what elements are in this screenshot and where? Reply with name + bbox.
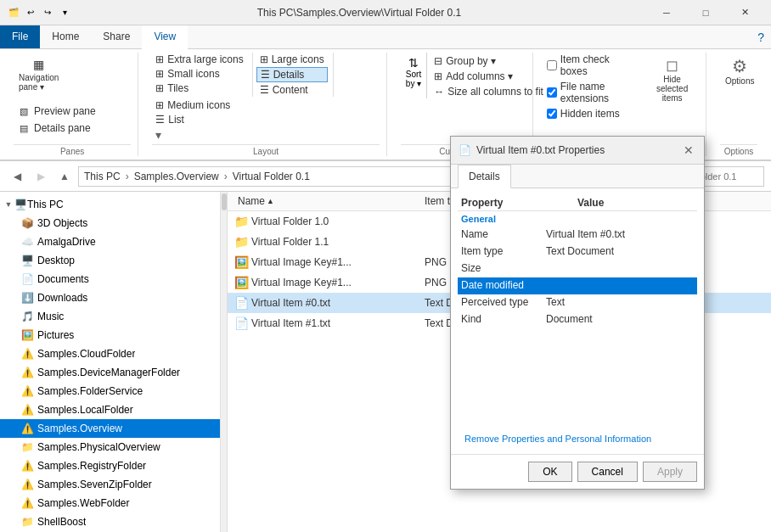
navigation-pane-label: Navigationpane ▾ xyxy=(19,73,59,92)
item-checkboxes-toggle[interactable]: Item check boxes xyxy=(547,53,639,78)
tab-share[interactable]: Share xyxy=(91,25,142,48)
sidebar-item-samples-local[interactable]: ⚠️ Samples.LocalFolder xyxy=(0,400,220,419)
folder-icon-vf1: 📁 xyxy=(234,235,248,249)
layout-dropdown-btn[interactable]: ▾ xyxy=(152,127,234,143)
sidebar-item-music[interactable]: 🎵 Music xyxy=(0,307,220,326)
cancel-btn[interactable]: Cancel xyxy=(577,462,638,482)
dialog-tab-details[interactable]: Details xyxy=(458,165,511,188)
sidebar-item-samples-cloud[interactable]: ⚠️ Samples.CloudFolder xyxy=(0,344,220,363)
breadcrumb-vf[interactable]: Virtual Folder 0.1 xyxy=(233,171,310,182)
ok-btn[interactable]: OK xyxy=(528,462,571,482)
sidebar-item-samples-registry[interactable]: ⚠️ Samples.RegistryFolder xyxy=(0,456,220,475)
sidebar-item-samples-sevenzip[interactable]: ⚠️ Samples.SevenZipFolder xyxy=(0,475,220,494)
redo-btn[interactable]: ↪ xyxy=(41,6,54,20)
maximize-btn[interactable]: □ xyxy=(686,0,725,25)
details-btn[interactable]: ☰ Details xyxy=(256,67,328,82)
help-icon[interactable]: ? xyxy=(757,31,764,44)
file-name-img0: Virtual Image Key#1... xyxy=(251,256,421,268)
prop-row-perceived-type: Perceived type Text xyxy=(458,294,697,311)
sidebar-item-this-pc[interactable]: ▼ 🖥️ This PC xyxy=(0,195,220,214)
hidden-items-input[interactable] xyxy=(547,109,557,119)
breadcrumb-samples[interactable]: Samples.Overview xyxy=(134,171,219,182)
desktop-label: Desktop xyxy=(37,255,75,266)
minimize-btn[interactable]: ─ xyxy=(647,0,686,25)
small-icons-btn[interactable]: ⊞ Small icons xyxy=(152,67,246,81)
sidebar-item-samples-device[interactable]: ⚠️ Samples.DeviceManagerFolder xyxy=(0,363,220,382)
content-btn[interactable]: ☰ Content xyxy=(256,83,328,97)
sidebar-item-3d-objects[interactable]: 📦 3D Objects xyxy=(0,214,220,232)
expand-this-pc[interactable]: ▼ xyxy=(3,199,14,210)
remove-properties-link[interactable]: Remove Properties and Personal Informati… xyxy=(458,430,697,447)
sort-by-btn[interactable]: ⇅ Sortby ▾ xyxy=(401,53,427,98)
sidebar-scrollbar[interactable] xyxy=(222,193,227,210)
samples-cloud-icon: ⚠️ xyxy=(20,347,34,361)
sidebar-item-samples-overview[interactable]: ⚠️ Samples.Overview xyxy=(0,419,220,438)
size-columns-btn[interactable]: ↔ Size all columns to fit xyxy=(431,85,547,98)
forward-btn[interactable]: ▶ xyxy=(31,166,51,187)
app-icon: 🗂️ xyxy=(7,6,20,20)
sidebar-item-pictures[interactable]: 🖼️ Pictures xyxy=(0,326,220,344)
title-bar: 🗂️ ↩ ↪ ▾ This PC\Samples.Overview\Virtua… xyxy=(0,0,771,25)
list-btn[interactable]: ☰ List xyxy=(152,113,234,126)
samples-device-icon: ⚠️ xyxy=(20,366,34,379)
extra-large-icons-btn[interactable]: ⊞ Extra large icons xyxy=(152,53,246,66)
hide-selected-btn[interactable]: ◻ Hide selecteditems xyxy=(645,53,699,120)
medium-icons-btn[interactable]: ⊞ Medium icons xyxy=(152,98,234,112)
sidebar-item-samples-folder[interactable]: ⚠️ Samples.FolderService xyxy=(0,382,220,400)
sidebar-item-desktop[interactable]: 🖥️ Desktop xyxy=(0,251,220,270)
options-content: ⚙ Options xyxy=(720,53,757,143)
back-btn[interactable]: ◀ xyxy=(7,166,27,187)
txt-icon-item1: 📄 xyxy=(234,316,248,330)
details-pane-btn[interactable]: ▤ Details pane xyxy=(14,120,99,136)
dialog-close-btn[interactable]: ✕ xyxy=(680,142,697,159)
preview-pane-label: Preview pane xyxy=(34,105,96,117)
prop-key-name: Name xyxy=(461,228,546,242)
tab-file[interactable]: File xyxy=(0,25,40,48)
sidebar-item-documents[interactable]: 📄 Documents xyxy=(0,270,220,288)
close-btn[interactable]: ✕ xyxy=(725,0,764,25)
sidebar-item-samples-physical[interactable]: 📁 Samples.PhysicalOverview xyxy=(0,438,220,456)
col-header-name[interactable]: Name ▲ xyxy=(234,193,421,209)
layout-label: Layout xyxy=(152,144,380,156)
amalga-drive-label: AmalgaDrive xyxy=(37,236,96,248)
prop-key-size: Size xyxy=(461,262,546,276)
sidebar-item-amalga-drive[interactable]: ☁️ AmalgaDrive xyxy=(0,232,220,251)
tiles-btn[interactable]: ⊞ Tiles xyxy=(152,81,246,95)
dialog-file-icon: 📄 xyxy=(458,143,471,157)
item-checkboxes-input[interactable] xyxy=(547,60,557,70)
apply-btn[interactable]: Apply xyxy=(643,462,697,482)
preview-pane-btn[interactable]: ▧ Preview pane xyxy=(14,104,99,119)
txt-icon-item0: 📄 xyxy=(234,296,248,310)
large-icons-btn[interactable]: ⊞ Large icons xyxy=(256,53,328,66)
group-by-btn[interactable]: ⊟ Group by ▾ xyxy=(431,54,547,68)
add-columns-btn[interactable]: ⊞ Add columns ▾ xyxy=(431,70,547,83)
prop-value-item-type: Text Document xyxy=(546,245,694,259)
options-btn[interactable]: ⚙ Options xyxy=(720,53,759,143)
file-name-vf1: Virtual Folder 1.1 xyxy=(251,236,421,248)
prop-row-date-modified[interactable]: Date modified xyxy=(458,277,697,294)
tiles-label: Tiles xyxy=(167,82,189,94)
sidebar-item-shellboost[interactable]: 📁 ShellBoost xyxy=(0,512,220,531)
navigation-pane-btn[interactable]: ▦ Navigationpane ▾ xyxy=(14,53,64,102)
extra-large-label: Extra large icons xyxy=(167,53,243,65)
tab-view[interactable]: View xyxy=(142,25,188,49)
sidebar-item-downloads[interactable]: ⬇️ Downloads xyxy=(0,288,220,307)
details-icon: ☰ xyxy=(261,69,270,81)
sidebar-item-samples-web[interactable]: ⚠️ Samples.WebFolder xyxy=(0,494,220,512)
undo-btn[interactable]: ↩ xyxy=(24,6,37,20)
options-icon: ⚙ xyxy=(732,56,747,76)
file-name-img1: Virtual Image Key#1... xyxy=(251,277,421,288)
prop-key-item-type: Item type xyxy=(461,245,546,259)
breadcrumb-pc[interactable]: This PC xyxy=(84,171,121,182)
file-extensions-toggle[interactable]: File name extensions xyxy=(547,80,639,105)
file-extensions-input[interactable] xyxy=(547,87,557,98)
sort-label: Sortby ▾ xyxy=(406,70,421,88)
customize-btn[interactable]: ▾ xyxy=(58,6,71,20)
hidden-items-toggle[interactable]: Hidden items xyxy=(547,107,639,120)
quick-access: 🗂️ ↩ ↪ ▾ xyxy=(7,6,71,20)
prop-value-date-modified xyxy=(546,279,694,293)
ribbon-tab-bar: File Home Share View ? xyxy=(0,25,771,49)
tab-home[interactable]: Home xyxy=(40,25,91,48)
hide-selected-icon: ◻ xyxy=(666,56,678,75)
up-btn[interactable]: ▲ xyxy=(54,166,75,187)
